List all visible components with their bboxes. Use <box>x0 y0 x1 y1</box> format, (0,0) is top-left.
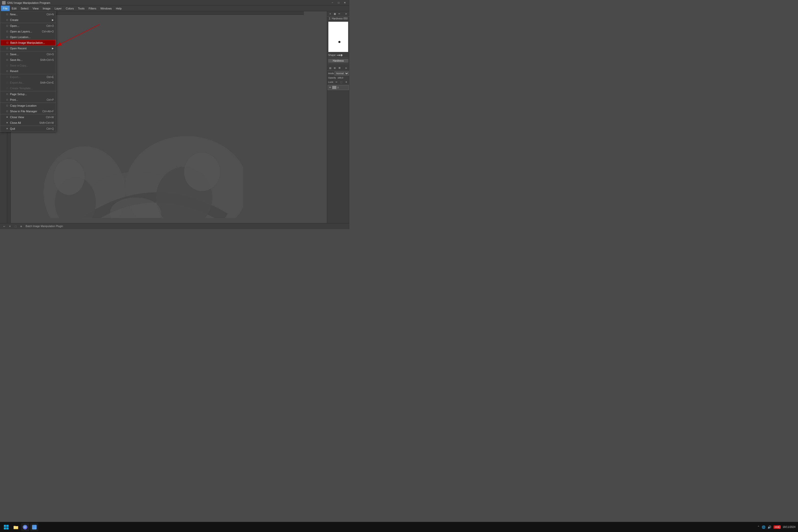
save-icon: □ <box>5 53 9 56</box>
brush-icon-1[interactable]: ≡ <box>328 12 332 16</box>
menu-export[interactable]: □ Export... Ctrl+E <box>0 74 56 80</box>
status-bar: ↩ ✕ ⬚ ⊕ Batch Image Manipulation Plugin <box>0 223 349 229</box>
copy-location-label: Copy Image Location <box>10 104 37 107</box>
close-button[interactable]: ✕ <box>342 1 347 5</box>
menu-new[interactable]: □ New... Ctrl+N <box>0 12 56 17</box>
file-manager-shortcut: Ctrl+Alt+F <box>42 110 54 113</box>
create-template-icon: □ <box>5 87 9 90</box>
lock-pencil-icon[interactable]: ✏ <box>335 80 339 84</box>
brush-icon-3[interactable]: ✏ <box>337 12 341 16</box>
menu-windows[interactable]: Windows <box>98 6 114 11</box>
window-title: GNU Image Manipulation Program <box>7 1 51 4</box>
save-copy-label: Save a Copy... <box>10 64 28 67</box>
save-as-shortcut: Shift+Ctrl+S <box>40 59 54 61</box>
menu-help[interactable]: Help <box>114 6 124 11</box>
paths-tab-icon[interactable]: ⌘ <box>337 66 341 70</box>
layers-tab-icon[interactable]: ▤ <box>328 66 332 70</box>
layer-name: 2 <box>337 86 339 89</box>
open-layers-shortcut: Ctrl+Alt+O <box>42 30 54 33</box>
menu-create-template[interactable]: □ Create Template... <box>0 86 56 91</box>
status-icon-redo[interactable]: ✕ <box>8 224 12 229</box>
menu-export-as[interactable]: □ Export As... Shift+Ctrl+E <box>0 80 56 86</box>
batch-label: Batch Image Manipulation... <box>10 41 45 44</box>
menu-filters[interactable]: Filters <box>87 6 98 11</box>
status-icon-undo[interactable]: ↩ <box>2 224 7 229</box>
menu-bar: File Edit Select View Image Layer Colors… <box>0 6 349 11</box>
menu-batch-image[interactable]: □ Batch Image Manipulation... <box>0 40 56 45</box>
layer-thumbnail <box>332 86 337 89</box>
ruler-horizontal <box>25 11 304 15</box>
lock-move-icon[interactable]: ✛ <box>344 80 348 84</box>
close-all-icon: ✕ <box>5 121 9 125</box>
menu-open-recent[interactable]: □ Open Recent ▶ <box>0 45 56 51</box>
save-shortcut: Ctrl+S <box>46 53 54 56</box>
status-icon-stop[interactable]: ⬚ <box>13 224 18 229</box>
export-icon: □ <box>5 75 9 79</box>
menu-save[interactable]: □ Save... Ctrl+S <box>0 52 56 57</box>
menu-revert[interactable]: □ Revert <box>0 68 56 74</box>
menu-create[interactable]: □ Create ▶ <box>0 17 56 23</box>
create-arrow: ▶ <box>52 19 54 21</box>
opacity-value: 100,0 <box>338 76 348 79</box>
menu-close-all[interactable]: ✕ Close All Shift+Ctrl+W <box>0 120 56 126</box>
export-as-shortcut: Shift+Ctrl+E <box>40 81 54 84</box>
menu-select[interactable]: Select <box>19 6 31 11</box>
svg-point-7 <box>184 153 220 191</box>
mode-select[interactable]: Normal <box>335 71 349 75</box>
layers-menu-icon[interactable]: ⊳ <box>344 66 348 70</box>
menu-print[interactable]: □ Print... Ctrl+P <box>0 97 56 102</box>
file-manager-label: Show in File Manager <box>10 110 37 113</box>
export-shortcut: Ctrl+E <box>46 76 54 78</box>
lock-checkerboard-icon[interactable]: ⬚ <box>339 80 343 84</box>
canvas-content <box>18 15 326 223</box>
shape-dot-sm <box>337 55 338 56</box>
print-shortcut: Ctrl+P <box>46 98 54 101</box>
menu-section-7: ✕ Close View Ctrl+W ✕ Close All Shift+Ct… <box>0 114 56 126</box>
app-icon <box>2 1 6 5</box>
shape-dot-lg <box>340 54 342 56</box>
menu-open[interactable]: □ Open... Ctrl+O <box>0 23 56 28</box>
menu-file[interactable]: File <box>1 6 10 11</box>
brush-shape-row: Shape: <box>327 53 349 57</box>
minimize-button[interactable]: − <box>330 1 335 5</box>
menu-edit[interactable]: Edit <box>10 6 19 11</box>
hardness-button[interactable]: Hardness <box>328 59 348 63</box>
menu-section-3: □ Save... Ctrl+S □ Save As... Shift+Ctrl… <box>0 52 56 74</box>
menu-open-layers[interactable]: □ Open as Layers... Ctrl+Alt+O <box>0 28 56 34</box>
layer-visible-icon[interactable]: 👁 <box>329 86 331 89</box>
menu-close-view[interactable]: ✕ Close View Ctrl+W <box>0 114 56 120</box>
menu-tools[interactable]: Tools <box>76 6 87 11</box>
title-bar-controls[interactable]: − □ ✕ <box>330 1 347 5</box>
menu-image[interactable]: Image <box>41 6 53 11</box>
menu-view[interactable]: View <box>31 6 41 11</box>
brush-preview <box>328 21 348 52</box>
menu-save-as[interactable]: □ Save As... Shift+Ctrl+S <box>0 57 56 63</box>
status-plugin-label: Batch Image Manipulation Plugin <box>25 225 63 228</box>
print-label: Print... <box>10 98 18 101</box>
status-icon-zoom[interactable]: ⊕ <box>19 224 23 229</box>
menu-open-location[interactable]: □ Open Location... <box>0 34 56 40</box>
canvas-area[interactable] <box>14 11 326 223</box>
brush-top-controls: ≡ ▦ ✏ ⊳ <box>327 11 349 17</box>
channels-tab-icon[interactable]: ⊞ <box>333 66 337 70</box>
menu-save-copy[interactable]: □ Save a Copy... <box>0 63 56 68</box>
menu-layer[interactable]: Layer <box>53 6 64 11</box>
quit-shortcut: Ctrl+Q <box>46 127 54 130</box>
menu-show-file-manager[interactable]: □ Show in File Manager Ctrl+Alt+F <box>0 109 56 114</box>
file-manager-icon: □ <box>5 110 9 113</box>
mode-row: Mode Normal ▾ <box>327 71 349 76</box>
menu-colors[interactable]: Colors <box>64 6 76 11</box>
menu-page-setup[interactable]: □ Page Setup... <box>0 91 56 97</box>
maximize-button[interactable]: □ <box>336 1 341 5</box>
new-label: New... <box>10 13 18 16</box>
brush-chevron[interactable]: ⊳ <box>344 12 348 16</box>
menu-copy-location[interactable]: □ Copy Image Location <box>0 103 56 109</box>
quit-icon: ✕ <box>5 127 9 130</box>
layer-item[interactable]: 👁 2 <box>328 85 349 90</box>
menu-section-2: □ Open... Ctrl+O □ Open as Layers... Ctr… <box>0 23 56 52</box>
brush-icon-2[interactable]: ▦ <box>333 12 337 16</box>
open-layers-icon: □ <box>5 30 9 33</box>
save-as-icon: □ <box>5 58 9 62</box>
menu-quit[interactable]: ✕ Quit Ctrl+Q <box>0 126 56 131</box>
page-setup-label: Page Setup... <box>10 93 27 96</box>
